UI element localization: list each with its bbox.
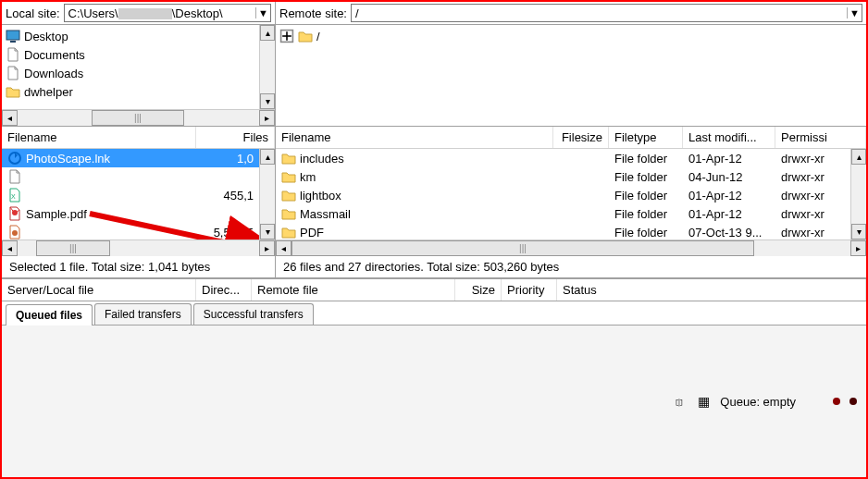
tree-item-label: Documents (24, 48, 85, 62)
tree-row: DesktopDocumentsDownloadsdwhelper ▴ ▾ ◂ … (2, 25, 866, 127)
dropdown-icon[interactable]: ▼ (255, 7, 270, 18)
scroll-track[interactable]: ||| (18, 110, 259, 126)
tree-item[interactable]: Desktop (6, 27, 255, 45)
list-item[interactable]: includesFile folder01-Apr-12drwxr-xr (276, 149, 850, 167)
tree-item-label: Desktop (24, 30, 68, 43)
list-item[interactable]: 5,506,5 (2, 223, 259, 240)
scroll-left-icon[interactable]: ◂ (276, 240, 291, 256)
file-size: 5,506,5 (196, 226, 259, 240)
tab-successful-transfers[interactable]: Successful transfers (193, 303, 314, 325)
list-item[interactable]: MassmailFile folder01-Apr-12drwxr-xr (276, 204, 850, 223)
file-name: Massmail (300, 207, 351, 221)
led-icon (849, 398, 857, 405)
local-file-list[interactable]: PhotoScape.lnk1,0455,1Sample.pdf5,506,59… (2, 149, 259, 240)
tree-item-label: / (316, 30, 320, 43)
file-type: File folder (609, 189, 683, 203)
processor-icon[interactable]: ▦ (696, 394, 711, 409)
folder-icon (281, 225, 296, 240)
local-site-combo[interactable]: C:\Users\\Desktop\ ▼ (64, 4, 271, 22)
file-permissions: drwxr-xr (775, 226, 850, 240)
queue-tabs: Queued files Failed transfers Successful… (2, 301, 866, 325)
tree-item[interactable]: dwhelper (6, 82, 255, 101)
column-header-filesize[interactable]: Filesize (553, 127, 609, 148)
queue-list-header: Server/Local file Direc... Remote file S… (2, 279, 866, 301)
column-header-size[interactable]: Size (455, 279, 502, 301)
column-header-filesize[interactable]: Files (196, 127, 275, 148)
remote-site-label: Remote site: (279, 6, 347, 20)
vertical-scrollbar[interactable]: ▴ ▾ (259, 25, 275, 109)
scroll-right-icon[interactable]: ▸ (850, 240, 866, 256)
tab-failed-transfers[interactable]: Failed transfers (94, 303, 192, 325)
list-item[interactable]: PhotoScape.lnk1,0 (2, 149, 259, 167)
filter-icon[interactable]: ⎅ (672, 394, 687, 409)
folder-icon (6, 84, 20, 99)
horizontal-scrollbar[interactable]: ◂ ||| ▸ (276, 240, 866, 256)
column-header-filetype[interactable]: Filetype (609, 127, 683, 148)
scroll-track[interactable]: ||| (291, 240, 850, 256)
scroll-left-icon[interactable]: ◂ (2, 240, 18, 256)
xls-icon (7, 188, 22, 203)
list-item[interactable]: kmFile folder04-Jun-12drwxr-xr (276, 167, 850, 186)
file-type: File folder (609, 170, 683, 184)
queue-status-text: Queue: empty (720, 395, 796, 409)
status-bar: ⎅ ▦ Queue: empty (2, 325, 866, 477)
column-header-filename[interactable]: Filename (276, 127, 553, 148)
file-icon (6, 66, 20, 80)
scroll-left-icon[interactable]: ◂ (2, 110, 18, 126)
scroll-track[interactable] (851, 165, 866, 224)
scroll-right-icon[interactable]: ▸ (259, 240, 275, 256)
tree-item[interactable]: / (279, 27, 862, 45)
scroll-down-icon[interactable]: ▾ (260, 93, 275, 109)
tree-item[interactable]: Documents (6, 45, 255, 64)
vertical-scrollbar[interactable]: ▴ ▾ (259, 149, 275, 240)
app-window: Local site: C:\Users\\Desktop\ ▼ Remote … (0, 0, 868, 479)
scroll-down-icon[interactable]: ▾ (851, 224, 866, 240)
column-header-server[interactable]: Server/Local file (2, 279, 196, 301)
file-modified: 01-Apr-12 (683, 152, 775, 166)
scroll-track[interactable]: ||| (18, 240, 259, 256)
scroll-up-icon[interactable]: ▴ (260, 25, 275, 41)
scroll-up-icon[interactable]: ▴ (851, 149, 866, 165)
file-name: PhotoScape.lnk (26, 152, 110, 166)
folder-icon (281, 169, 296, 184)
tab-queued-files[interactable]: Queued files (6, 304, 93, 325)
remote-file-list[interactable]: includesFile folder01-Apr-12drwxr-xrkmFi… (276, 149, 850, 240)
column-header-status[interactable]: Status (557, 279, 866, 301)
scroll-up-icon[interactable]: ▴ (260, 149, 275, 165)
scroll-right-icon[interactable]: ▸ (259, 110, 275, 126)
scroll-down-icon[interactable]: ▾ (260, 224, 275, 240)
folder-icon (281, 188, 296, 203)
file-icon (7, 169, 22, 184)
horizontal-scrollbar[interactable]: ◂ ||| ▸ (2, 109, 275, 126)
remote-site-combo[interactable]: / ▼ (351, 4, 862, 22)
list-item[interactable]: Sample.pdf (2, 204, 259, 223)
scroll-track[interactable] (260, 41, 275, 93)
vertical-scrollbar[interactable]: ▴ ▾ (850, 149, 866, 240)
list-row: Filename Files PhotoScape.lnk1,0455,1Sam… (2, 127, 866, 279)
file-type: File folder (609, 226, 683, 240)
pdf-icon (7, 206, 22, 221)
horizontal-scrollbar[interactable]: ◂ ||| ▸ (2, 240, 275, 256)
remote-tree[interactable]: / (276, 25, 866, 126)
list-item[interactable]: 455,1 (2, 186, 259, 204)
file-modified: 04-Jun-12 (683, 170, 775, 184)
expand-icon[interactable] (279, 29, 294, 43)
local-tree[interactable]: DesktopDocumentsDownloadsdwhelper (2, 25, 259, 109)
column-header-filename[interactable]: Filename (2, 127, 196, 148)
list-item[interactable] (2, 167, 259, 186)
dropdown-icon[interactable]: ▼ (847, 7, 862, 18)
column-header-priority[interactable]: Priority (502, 279, 557, 301)
remote-site-panel: Remote site: / ▼ (276, 2, 866, 24)
tree-item-label: dwhelper (24, 85, 73, 99)
column-header-modified[interactable]: Last modifi... (683, 127, 775, 148)
scroll-track[interactable] (260, 165, 275, 224)
remote-status-text: 26 files and 27 directories. Total size:… (276, 256, 866, 278)
column-header-direction[interactable]: Direc... (196, 279, 252, 301)
file-name: includes (300, 152, 344, 166)
folder-icon (281, 151, 296, 166)
column-header-permissions[interactable]: Permissi (775, 127, 866, 148)
list-item[interactable]: PDFFile folder07-Oct-13 9...drwxr-xr (276, 223, 850, 240)
column-header-remote[interactable]: Remote file (252, 279, 455, 301)
tree-item[interactable]: Downloads (6, 64, 255, 82)
list-item[interactable]: lightboxFile folder01-Apr-12drwxr-xr (276, 186, 850, 204)
